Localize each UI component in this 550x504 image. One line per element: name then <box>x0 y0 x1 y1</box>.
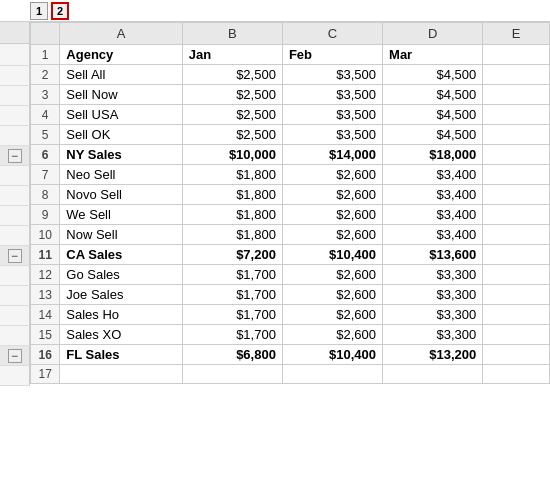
cell-feb[interactable] <box>282 365 382 384</box>
cell-mar[interactable]: $13,200 <box>383 345 483 365</box>
cell-jan[interactable]: $2,500 <box>182 65 282 85</box>
cell-mar[interactable]: $4,500 <box>383 65 483 85</box>
group-level-2-btn[interactable]: 2 <box>51 2 69 20</box>
cell-agency[interactable]: Novo Sell <box>60 185 182 205</box>
cell-agency[interactable]: Sales Ho <box>60 305 182 325</box>
col-header-d[interactable]: D <box>383 23 483 45</box>
row-ctrl-9 <box>0 206 30 226</box>
cell-mar[interactable]: $13,600 <box>383 245 483 265</box>
row-ctrl-12 <box>0 266 30 286</box>
cell-agency[interactable]: FL Sales <box>60 345 182 365</box>
cell-agency[interactable]: Now Sell <box>60 225 182 245</box>
col-header-a[interactable]: A <box>60 23 182 45</box>
cell-e[interactable] <box>483 65 550 85</box>
cell-feb[interactable]: $2,600 <box>282 305 382 325</box>
cell-feb[interactable]: $2,600 <box>282 165 382 185</box>
cell-feb[interactable]: $2,600 <box>282 225 382 245</box>
cell-feb[interactable]: $3,500 <box>282 105 382 125</box>
cell-e[interactable] <box>483 245 550 265</box>
col-header-b[interactable]: B <box>182 23 282 45</box>
cell-e[interactable] <box>483 285 550 305</box>
cell-mar[interactable]: $3,300 <box>383 305 483 325</box>
cell-feb[interactable]: $3,500 <box>282 65 382 85</box>
cell-mar[interactable] <box>383 365 483 384</box>
cell-jan[interactable]: $1,800 <box>182 225 282 245</box>
cell-agency[interactable]: Sell All <box>60 65 182 85</box>
cell-jan[interactable]: $2,500 <box>182 105 282 125</box>
cell-agency[interactable]: CA Sales <box>60 245 182 265</box>
cell-feb[interactable]: $2,600 <box>282 285 382 305</box>
collapse-group-1-btn[interactable]: − <box>8 149 22 163</box>
cell-feb[interactable]: $3,500 <box>282 125 382 145</box>
cell-jan[interactable]: $1,800 <box>182 185 282 205</box>
cell-agency[interactable]: Sell OK <box>60 125 182 145</box>
cell-agency[interactable]: Neo Sell <box>60 165 182 185</box>
cell-jan[interactable]: $10,000 <box>182 145 282 165</box>
row-number: 1 <box>31 45 60 65</box>
cell-mar[interactable]: $3,400 <box>383 205 483 225</box>
cell-jan[interactable]: $1,700 <box>182 305 282 325</box>
cell-feb[interactable]: Feb <box>282 45 382 65</box>
cell-e[interactable] <box>483 325 550 345</box>
cell-mar[interactable]: $3,300 <box>383 285 483 305</box>
row-number: 14 <box>31 305 60 325</box>
cell-e[interactable] <box>483 365 550 384</box>
cell-jan[interactable]: $2,500 <box>182 85 282 105</box>
cell-jan[interactable]: $1,800 <box>182 165 282 185</box>
cell-mar[interactable]: $3,400 <box>383 225 483 245</box>
cell-jan[interactable]: Jan <box>182 45 282 65</box>
cell-feb[interactable]: $2,600 <box>282 185 382 205</box>
cell-feb[interactable]: $2,600 <box>282 265 382 285</box>
cell-mar[interactable]: Mar <box>383 45 483 65</box>
col-header-c[interactable]: C <box>282 23 382 45</box>
cell-agency[interactable]: Sales XO <box>60 325 182 345</box>
cell-mar[interactable]: $3,400 <box>383 185 483 205</box>
cell-agency[interactable]: Sell Now <box>60 85 182 105</box>
cell-e[interactable] <box>483 205 550 225</box>
cell-agency[interactable]: Joe Sales <box>60 285 182 305</box>
cell-e[interactable] <box>483 85 550 105</box>
cell-mar[interactable]: $3,300 <box>383 325 483 345</box>
cell-e[interactable] <box>483 305 550 325</box>
cell-agency[interactable]: Sell USA <box>60 105 182 125</box>
cell-e[interactable] <box>483 45 550 65</box>
cell-mar[interactable]: $3,300 <box>383 265 483 285</box>
collapse-group-2-btn[interactable]: − <box>8 249 22 263</box>
cell-feb[interactable]: $2,600 <box>282 325 382 345</box>
cell-agency[interactable]: We Sell <box>60 205 182 225</box>
cell-mar[interactable]: $4,500 <box>383 85 483 105</box>
row-number: 13 <box>31 285 60 305</box>
cell-jan[interactable]: $1,700 <box>182 265 282 285</box>
cell-e[interactable] <box>483 125 550 145</box>
cell-feb[interactable]: $10,400 <box>282 345 382 365</box>
cell-jan[interactable]: $1,800 <box>182 205 282 225</box>
cell-mar[interactable]: $3,400 <box>383 165 483 185</box>
col-header-e[interactable]: E <box>483 23 550 45</box>
cell-e[interactable] <box>483 105 550 125</box>
cell-e[interactable] <box>483 165 550 185</box>
cell-jan[interactable]: $7,200 <box>182 245 282 265</box>
cell-e[interactable] <box>483 265 550 285</box>
cell-e[interactable] <box>483 145 550 165</box>
cell-mar[interactable]: $4,500 <box>383 105 483 125</box>
cell-agency[interactable] <box>60 365 182 384</box>
collapse-group-3-btn[interactable]: − <box>8 349 22 363</box>
cell-agency[interactable]: Go Sales <box>60 265 182 285</box>
cell-feb[interactable]: $3,500 <box>282 85 382 105</box>
cell-mar[interactable]: $18,000 <box>383 145 483 165</box>
cell-jan[interactable]: $1,700 <box>182 325 282 345</box>
cell-jan[interactable]: $2,500 <box>182 125 282 145</box>
cell-feb[interactable]: $2,600 <box>282 205 382 225</box>
cell-feb[interactable]: $10,400 <box>282 245 382 265</box>
cell-jan[interactable]: $6,800 <box>182 345 282 365</box>
cell-agency[interactable]: NY Sales <box>60 145 182 165</box>
cell-e[interactable] <box>483 225 550 245</box>
cell-e[interactable] <box>483 185 550 205</box>
cell-agency[interactable]: Agency <box>60 45 182 65</box>
cell-jan[interactable] <box>182 365 282 384</box>
cell-e[interactable] <box>483 345 550 365</box>
cell-mar[interactable]: $4,500 <box>383 125 483 145</box>
cell-feb[interactable]: $14,000 <box>282 145 382 165</box>
cell-jan[interactable]: $1,700 <box>182 285 282 305</box>
group-level-1-btn[interactable]: 1 <box>30 2 48 20</box>
